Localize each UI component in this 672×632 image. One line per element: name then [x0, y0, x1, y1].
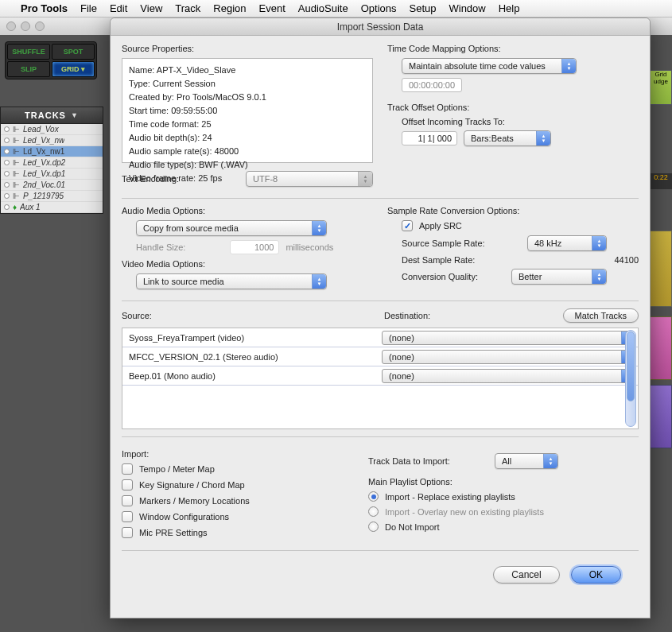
track-offset-label: Track Offset Options: — [387, 103, 639, 112]
track-row[interactable]: ♦Aux 1 — [1, 202, 103, 213]
tracks-list: ⊩Lead_Vox ⊩Led_Vx_nw ⊩Ld_Vx_nw1 ⊩Led_Vx.… — [1, 124, 103, 213]
prop-name: Name: APT-X_Video_Slave — [129, 64, 366, 77]
track-row[interactable]: ⊩Led_Vx.dp1 — [1, 169, 103, 180]
destination-select[interactable]: (none) — [382, 369, 635, 383]
menu-region[interactable]: Region — [213, 2, 246, 14]
close-icon[interactable] — [6, 21, 16, 31]
dialog-title: Import Session Data — [111, 18, 650, 36]
timecode-mapping-time[interactable]: 00:00:00:00 — [402, 78, 462, 92]
timeline-region[interactable] — [650, 385, 672, 448]
prop-tcformat: Time code format: 25 — [129, 118, 366, 131]
prop-start: Start time: 09:59:55:00 — [129, 104, 366, 118]
track-data-select[interactable]: All — [495, 453, 558, 469]
audio-media-select[interactable]: Copy from source media — [136, 220, 327, 236]
menu-file[interactable]: File — [80, 2, 97, 14]
mode-grid[interactable]: GRID ▾ — [52, 61, 95, 77]
menu-event[interactable]: Event — [259, 2, 286, 14]
handle-size-units: milliseconds — [286, 242, 333, 252]
menu-edit[interactable]: Edit — [110, 2, 127, 14]
track-row[interactable]: ⊩Lead_Vox — [1, 124, 103, 135]
prop-samplerate: Audio sample rate(s): 48000 — [129, 145, 366, 158]
waveform-icon: ⊩ — [13, 158, 20, 167]
menu-options[interactable]: Options — [361, 2, 397, 14]
menu-window[interactable]: Window — [449, 2, 485, 14]
key-sig-checkbox[interactable] — [122, 479, 133, 490]
source-track-name: Syoss_FreyaTrampert (video) — [122, 333, 382, 343]
video-media-select[interactable]: Link to source media — [136, 273, 327, 289]
mode-spot[interactable]: SPOT — [52, 44, 95, 60]
cancel-button[interactable]: Cancel — [493, 566, 559, 584]
import-label: Import: — [122, 449, 344, 459]
match-tracks-button[interactable]: Match Tracks — [563, 308, 639, 323]
track-row[interactable]: ⊩Led_Vx.dp2 — [1, 157, 103, 169]
table-row[interactable]: Beep.01 (Mono audio) (none) — [122, 366, 638, 386]
timecode-mapping-select[interactable]: Maintain absolute time code values — [402, 58, 577, 74]
timeline-region[interactable] — [650, 316, 672, 380]
dest-sr-value: 44100 — [614, 255, 639, 265]
timeline-counter: 0:22 — [650, 173, 672, 189]
offset-value-input[interactable]: 1| 1| 000 — [402, 131, 457, 145]
tracks-header[interactable]: TRACKS ▼ — [1, 107, 103, 124]
chevron-down-icon[interactable]: ▼ — [71, 111, 79, 119]
prop-created: Created by: Pro Tools/MacOS 9.0.1 — [129, 91, 366, 104]
menu-track[interactable]: Track — [175, 2, 200, 14]
waveform-icon: ⊩ — [13, 192, 20, 200]
track-row[interactable]: ⊩Led_Vx_nw — [1, 135, 103, 146]
zoom-icon[interactable] — [35, 21, 45, 31]
source-sr-label: Source Sample Rate: — [402, 238, 521, 248]
apply-src-label: Apply SRC — [419, 221, 462, 231]
offset-unit-select[interactable]: Bars:Beats — [464, 130, 551, 146]
window-traffic-lights[interactable] — [6, 21, 45, 31]
text-encoding-label: Text Encoding: — [122, 174, 179, 184]
audio-media-label: Audio Media Options: — [122, 206, 373, 215]
menu-view[interactable]: View — [140, 2, 162, 14]
main-playlist-label: Main Playlist Options: — [368, 477, 639, 487]
track-data-label: Track Data to Import: — [368, 456, 450, 466]
ok-button[interactable]: OK — [571, 566, 621, 584]
app-name[interactable]: Pro Tools — [21, 2, 68, 14]
table-row[interactable]: MFCC_VERSION_02.1 (Stereo audio) (none) — [122, 347, 638, 366]
timecode-mapping-label: Time Code Mapping Options: — [387, 44, 639, 53]
conv-quality-label: Conversion Quality: — [402, 272, 505, 281]
destination-select[interactable]: (none) — [382, 350, 635, 364]
minimize-icon[interactable] — [21, 21, 30, 31]
offset-incoming-label: Offset Incoming Tracks To: — [402, 117, 505, 126]
window-config-checkbox[interactable] — [122, 511, 133, 522]
timeline-region[interactable] — [650, 231, 672, 307]
menu-setup[interactable]: Setup — [409, 2, 436, 14]
table-row[interactable]: Syoss_FreyaTrampert (video) (none) — [122, 328, 638, 347]
waveform-icon: ⊩ — [13, 125, 20, 134]
prop-bitdepth: Audio bit depth(s): 24 — [129, 131, 366, 145]
menubar[interactable]: Pro Tools File Edit View Track Region Ev… — [0, 0, 672, 17]
conv-quality-select[interactable]: Better — [511, 269, 607, 285]
source-sr-select[interactable]: 48 kHz — [527, 235, 607, 251]
menu-audiosuite[interactable]: AudioSuite — [298, 2, 348, 14]
timeline-region[interactable]: Gridudge — [650, 70, 672, 105]
prop-filetype: Audio file type(s): BWF (.WAV) — [129, 158, 366, 172]
playlist-replace-radio[interactable] — [368, 491, 379, 502]
source-properties-label: Source Properties: — [122, 44, 373, 53]
prop-type: Type: Current Session — [129, 77, 366, 91]
track-row[interactable]: ⊩P_1219795 — [1, 191, 103, 202]
source-track-name: MFCC_VERSION_02.1 (Stereo audio) — [122, 352, 382, 362]
tempo-map-checkbox[interactable] — [122, 463, 133, 475]
tracks-header-label: TRACKS — [25, 111, 66, 120]
apply-src-checkbox[interactable] — [402, 220, 413, 231]
playlist-none-radio[interactable] — [368, 521, 379, 532]
dest-sr-label: Dest Sample Rate: — [402, 255, 521, 265]
waveform-icon: ⊩ — [13, 180, 20, 189]
menu-help[interactable]: Help — [499, 2, 520, 14]
mode-slip[interactable]: SLIP — [7, 61, 50, 77]
scrollbar[interactable] — [625, 330, 636, 427]
scrollbar-thumb[interactable] — [627, 332, 635, 401]
playlist-overlay-radio[interactable] — [368, 506, 379, 517]
markers-checkbox[interactable] — [122, 495, 133, 506]
import-session-dialog: Import Session Data Source Properties: N… — [110, 17, 651, 618]
destination-select[interactable]: (none) — [382, 331, 635, 345]
track-row[interactable]: ⊩Ld_Vx_nw1 — [1, 146, 103, 157]
waveform-icon: ⊩ — [13, 147, 20, 156]
mic-pre-checkbox[interactable] — [122, 527, 133, 538]
aux-icon: ♦ — [13, 203, 17, 211]
track-row[interactable]: ⊩2nd_Voc.01 — [1, 180, 103, 191]
mode-shuffle[interactable]: SHUFFLE — [7, 44, 50, 60]
